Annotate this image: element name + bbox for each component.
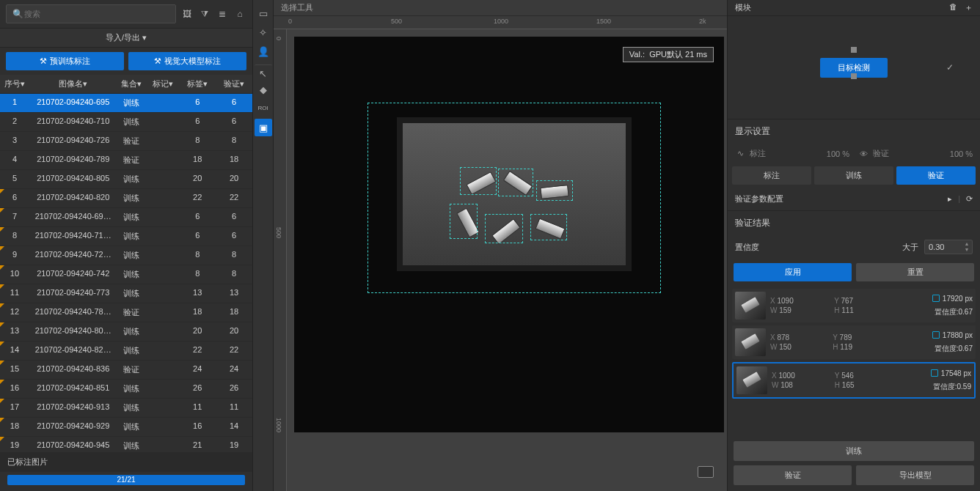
th-index[interactable]: 序号▾ xyxy=(0,75,29,93)
eye-icon[interactable]: 👁 xyxy=(858,149,869,158)
image-add-icon[interactable]: 🖼 xyxy=(180,7,194,21)
checkbox[interactable] xyxy=(932,331,940,339)
th-tag[interactable]: 标签▾ xyxy=(179,75,216,93)
table-row[interactable]: 19210702-094240-945训练2119 xyxy=(0,437,252,452)
ruler-vertical: 05001000 xyxy=(274,29,287,491)
detection-box[interactable] xyxy=(460,167,497,195)
import-export-btn[interactable]: 导入/导出 ▾ xyxy=(0,28,252,48)
search-icon: 🔍 xyxy=(11,7,24,21)
flag-icon xyxy=(0,418,4,422)
tool-icon: ⚒ xyxy=(154,56,161,66)
table-row[interactable]: 9210702-094240-72…训练88 xyxy=(0,246,252,265)
table-row[interactable]: 4210702-094240-789验证1818 xyxy=(0,151,252,170)
th-set[interactable]: 集合▾ xyxy=(117,75,147,93)
flag-icon xyxy=(0,227,4,232)
tool-rect-icon[interactable]: ▭ xyxy=(255,4,272,22)
tool-person-icon[interactable]: 👤 xyxy=(255,43,272,60)
train-button[interactable]: 训练 xyxy=(734,441,974,461)
node-handle-bottom[interactable] xyxy=(851,73,857,79)
table-row[interactable]: 15210702-094240-836验证2424 xyxy=(0,361,252,380)
checkbox[interactable] xyxy=(931,369,938,377)
table-body[interactable]: 1210702-094240-695训练662210702-094240-710… xyxy=(0,94,252,452)
bigmodel-button[interactable]: ⚒视觉大模型标注 xyxy=(128,52,246,70)
check-icon: ✓ xyxy=(946,62,954,73)
table-row[interactable]: 17210702-094240-913训练1111 xyxy=(0,399,252,418)
image-area: Val.: GPU默认 21 ms xyxy=(294,37,724,432)
result-item[interactable]: X 1090Y 767W 159H 11117920 px置信度:0.67 xyxy=(732,289,976,322)
table-row[interactable]: 14210702-094240-82…训练2222 xyxy=(0,342,252,361)
th-mark[interactable]: 标记▾ xyxy=(146,75,179,93)
table-row[interactable]: 10210702-094240-742训练88 xyxy=(0,265,252,284)
tab-verify[interactable]: 验证 xyxy=(896,166,976,185)
results-list[interactable]: X 1090Y 767W 159H 11117920 px置信度:0.67X 8… xyxy=(728,286,980,402)
flag-icon xyxy=(0,208,4,213)
export-button[interactable]: 导出模型 xyxy=(856,465,974,485)
checkbox[interactable] xyxy=(932,295,940,302)
canvas[interactable]: Val.: GPU默认 21 ms xyxy=(287,29,727,491)
detection-box[interactable] xyxy=(536,180,573,201)
table-row[interactable]: 7210702-094240-69…训练66 xyxy=(0,208,252,227)
search-input[interactable] xyxy=(24,10,171,18)
detection-box[interactable] xyxy=(485,214,523,243)
verify-button[interactable]: 验证 xyxy=(734,465,852,485)
tab-label[interactable]: 标注 xyxy=(732,166,811,185)
grid-icon[interactable]: ⌂ xyxy=(233,7,246,21)
eye-off-icon[interactable]: ∿ xyxy=(735,149,745,158)
list-icon[interactable]: ≣ xyxy=(216,7,229,21)
refresh-icon[interactable]: ⟳ xyxy=(966,194,973,204)
tool-wand-icon[interactable]: ✧ xyxy=(255,23,272,41)
flag-icon xyxy=(0,322,4,327)
tool-icon: ⚒ xyxy=(40,56,47,66)
left-panel: 🔍 🖼 ⧩ ≣ ⌂ 导入/导出 ▾ ⚒预训练标注 ⚒视觉大模型标注 序号▾ 图像… xyxy=(0,0,253,491)
confidence-op[interactable]: 大于 xyxy=(902,242,918,253)
module-title: 模块 xyxy=(735,2,751,13)
flag-icon xyxy=(0,342,4,346)
play-icon[interactable]: ▸ xyxy=(948,194,952,204)
config-title: 验证参数配置 xyxy=(735,193,783,204)
table-row[interactable]: 2210702-094240-710训练66 xyxy=(0,113,252,132)
table-row[interactable]: 12210702-094240-78…验证1818 xyxy=(0,303,252,322)
result-item[interactable]: X 1000Y 546W 108H 16517548 px置信度:0.59 xyxy=(732,362,976,399)
table-row[interactable]: 6210702-094240-820训练2222 xyxy=(0,189,252,208)
spin-down-icon[interactable]: ▼ xyxy=(962,247,972,253)
table-row[interactable]: 18210702-094240-929训练1614 xyxy=(0,418,252,437)
confidence-input[interactable] xyxy=(925,240,962,254)
keyboard-icon[interactable] xyxy=(698,466,714,478)
table-row[interactable]: 16210702-094240-851训练2626 xyxy=(0,380,252,399)
spin-up-icon[interactable]: ▲ xyxy=(962,241,972,247)
tool-cursor-icon[interactable]: ↖ xyxy=(255,64,272,79)
table-row[interactable]: 5210702-094240-805训练2020 xyxy=(0,170,252,189)
table-row[interactable]: 1210702-094240-695训练66 xyxy=(0,94,252,113)
search-box[interactable]: 🔍 xyxy=(6,4,176,23)
add-icon[interactable]: ＋ xyxy=(965,2,973,13)
tool-roi-icon[interactable]: ROI xyxy=(255,100,272,117)
flag-icon xyxy=(0,284,4,289)
right-panel: 模块 🗑 ＋ 目标检测 ✓ 显示设置 ∿ 标注 100 % 👁 验证 100 %… xyxy=(727,0,980,491)
confidence-spinner[interactable]: ▲▼ xyxy=(924,240,973,254)
module-graph[interactable]: 目标检测 ✓ xyxy=(728,16,980,119)
delete-icon[interactable]: 🗑 xyxy=(949,2,957,13)
table-row[interactable]: 3210702-094240-726验证88 xyxy=(0,132,252,151)
result-thumb xyxy=(735,292,766,320)
reset-button[interactable]: 重置 xyxy=(856,263,974,281)
table-header: 序号▾ 图像名▾ 集合▾ 标记▾ 标签▾ 验证▾ xyxy=(0,75,252,94)
pretrain-button[interactable]: ⚒预训练标注 xyxy=(6,52,124,70)
filter-icon[interactable]: ⧩ xyxy=(198,7,211,21)
flag-icon xyxy=(0,399,4,403)
flag-icon xyxy=(0,361,4,365)
table-row[interactable]: 11210702-094240-773训练1313 xyxy=(0,284,252,303)
table-row[interactable]: 13210702-094240-80…训练2020 xyxy=(0,322,252,342)
detection-box[interactable] xyxy=(450,204,478,239)
detection-box[interactable] xyxy=(498,169,533,196)
th-name[interactable]: 图像名▾ xyxy=(29,75,117,93)
result-item[interactable]: X 878Y 789W 150H 11917880 px置信度:0.67 xyxy=(732,325,976,359)
tool-brush-icon[interactable]: ◆ xyxy=(255,81,272,98)
table-row[interactable]: 8210702-094240-71…训练66 xyxy=(0,227,252,246)
node-handle-top[interactable] xyxy=(851,47,857,53)
th-verify[interactable]: 验证▾ xyxy=(216,75,252,93)
apply-button[interactable]: 应用 xyxy=(734,263,852,281)
tool-select-icon[interactable]: ▣ xyxy=(255,119,272,136)
detection-box[interactable] xyxy=(530,214,567,240)
tab-train[interactable]: 训练 xyxy=(814,166,893,185)
confidence-label: 置信度 xyxy=(735,242,896,253)
